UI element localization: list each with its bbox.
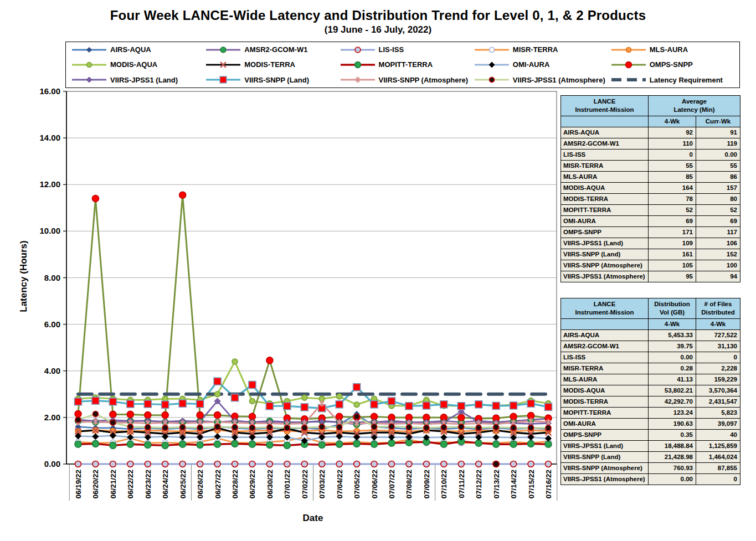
row-label: AMSR2-GCOM-W1 — [561, 341, 649, 352]
table-row-viirs-snpp-land: VIIRS-SNPP (Land)161152 — [561, 249, 740, 260]
marker-circle — [179, 461, 186, 467]
row-value: 78 — [649, 193, 696, 204]
marker-circle — [127, 411, 133, 418]
row-label: AIRS-AQUA — [561, 127, 649, 138]
marker-circle — [337, 394, 342, 399]
marker-circle — [284, 461, 290, 467]
row-label: MOPITT-TERRA — [561, 204, 649, 215]
marker-circle — [441, 461, 447, 467]
marker-circle — [92, 461, 99, 467]
marker-circle — [528, 440, 534, 447]
table-row-modis-terra: MODIS-TERRA42,292.702,431,547 — [561, 396, 740, 407]
y-tick-label: 0.00 — [44, 459, 60, 468]
row-value: 55 — [649, 160, 696, 171]
table-subheader-0: 4-Wk — [649, 318, 696, 329]
row-value: 40 — [696, 429, 740, 440]
x-tick-label: 07/05/22 — [353, 470, 361, 499]
x-axis-title: Date — [258, 513, 368, 524]
x-tick-label: 06/25/22 — [179, 470, 187, 499]
marker-circle — [197, 461, 203, 467]
table-row-viirs-snpp-atmosphere: VIIRS-SNPP (Atmosphere)760.9387,855 — [561, 462, 740, 473]
row-value: 1,125,859 — [696, 440, 740, 451]
marker-circle — [354, 402, 359, 408]
table-subheader-1: Curr-Wk — [696, 116, 740, 127]
marker-circle — [354, 461, 360, 467]
marker-circle — [302, 395, 307, 400]
x-tick-label: 07/08/22 — [405, 470, 413, 499]
row-label: AIRS-AQUA — [561, 329, 649, 341]
marker-circle — [371, 461, 377, 467]
row-label: VIIRS-JPSS1 (Atmosphere) — [561, 473, 649, 485]
marker-circle — [493, 425, 499, 430]
x-tick-label: 06/21/22 — [109, 470, 117, 499]
marker-circle — [458, 414, 465, 421]
table-header-instrument-mission: LANCE Instrument-Mission — [561, 96, 649, 116]
marker-circle — [232, 440, 238, 447]
table-row-viirs-snpp-atmosphere: VIIRS-SNPP (Atmosphere)105100 — [561, 260, 740, 271]
row-label: MODIS-AQUA — [561, 182, 649, 193]
row-label: VIIRS-JPSS1 (Atmosphere) — [561, 271, 649, 282]
row-value: 106 — [696, 238, 740, 249]
marker-circle — [162, 461, 168, 467]
marker-circle — [511, 425, 516, 430]
marker-circle — [354, 414, 359, 419]
marker-circle — [214, 461, 220, 467]
table-row-lis-iss: LIS-ISS00.00 — [561, 149, 740, 160]
row-label: MODIS-TERRA — [561, 396, 649, 407]
marker-circle — [215, 391, 220, 397]
marker-circle — [319, 424, 325, 430]
row-label: MISR-TERRA — [561, 363, 649, 374]
row-value: 80 — [696, 193, 740, 204]
marker-circle — [284, 425, 290, 431]
x-tick-label: 06/19/22 — [74, 470, 83, 499]
marker-square — [371, 401, 378, 408]
marker-circle — [319, 461, 325, 467]
row-label: VIIRS-SNPP (Atmosphere) — [561, 260, 649, 271]
table-row-viirs-jpss1-land: VIIRS-JPSS1 (Land)109106 — [561, 238, 740, 249]
marker-square — [336, 401, 343, 408]
marker-square — [162, 401, 169, 408]
marker-circle — [546, 425, 551, 431]
marker-circle — [232, 425, 238, 430]
row-label: VIIRS-JPSS1 (Land) — [561, 440, 649, 451]
x-tick-label: 06/23/22 — [144, 470, 152, 499]
row-label: MISR-TERRA — [561, 160, 649, 171]
marker-square — [266, 403, 273, 410]
row-value: 92 — [649, 127, 696, 138]
marker-circle — [545, 441, 552, 447]
table-row-viirs-jpss1-atmosphere: VIIRS-JPSS1 (Atmosphere)0.000 — [561, 473, 740, 485]
marker-square — [423, 402, 430, 409]
marker-circle — [440, 441, 447, 447]
row-value: 52 — [649, 204, 696, 215]
row-value: 161 — [649, 249, 696, 260]
x-tick-label: 06/30/22 — [266, 470, 274, 499]
row-value: 0.35 — [649, 429, 696, 440]
x-tick-label: 07/13/22 — [492, 470, 501, 499]
marker-diamond — [441, 434, 447, 440]
x-tick-label: 07/09/22 — [423, 470, 431, 499]
marker-circle — [145, 425, 151, 430]
marker-circle — [266, 357, 273, 364]
marker-diamond — [110, 432, 116, 439]
marker-circle — [318, 442, 325, 449]
row-value: 31,130 — [696, 341, 740, 352]
row-value: 18,488.84 — [649, 440, 696, 451]
row-value: 94 — [696, 271, 740, 282]
marker-square — [197, 400, 204, 408]
row-value: 0.00 — [649, 473, 696, 485]
marker-square — [127, 400, 134, 408]
marker-circle — [371, 441, 378, 447]
marker-circle — [179, 441, 186, 447]
table-header-col-1: # of Files Distributed — [696, 298, 740, 319]
x-tick-label: 07/04/22 — [336, 470, 344, 499]
x-tick-label: 06/22/22 — [126, 470, 135, 499]
x-tick-label: 07/11/22 — [457, 470, 466, 498]
table-row-airs-aqua: AIRS-AQUA5,453.33727,522 — [561, 329, 740, 341]
marker-square — [92, 397, 99, 404]
marker-circle — [110, 420, 116, 425]
row-value: 86 — [696, 171, 740, 182]
marker-circle — [389, 424, 394, 429]
marker-square — [301, 404, 308, 411]
row-value: 117 — [696, 226, 740, 238]
table-subheader-1: 4-Wk — [696, 318, 740, 329]
